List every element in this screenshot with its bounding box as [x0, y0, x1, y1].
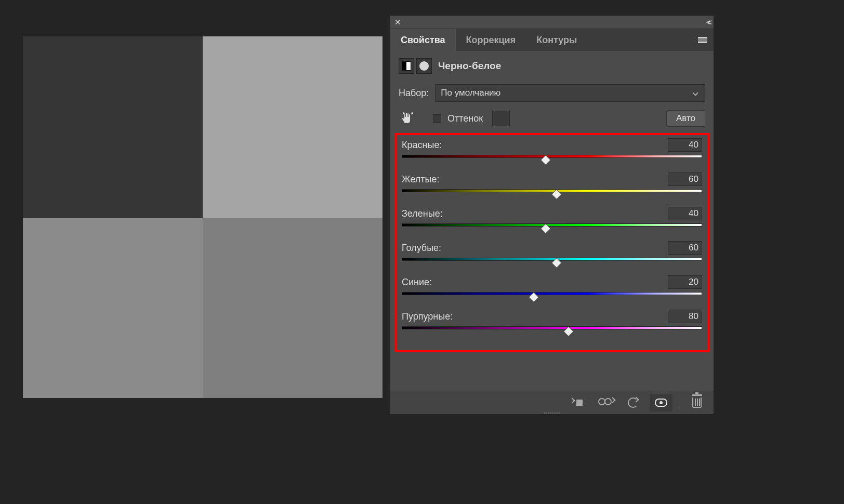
panel-tabs: Свойства Коррекция Контуры [390, 29, 714, 51]
view-previous-state-button[interactable] [594, 394, 616, 412]
preset-dropdown[interactable]: По умолчанию [435, 84, 705, 102]
color-slider: Голубые: [402, 241, 702, 268]
clip-to-layer-button[interactable] [565, 394, 588, 412]
layer-mask-icon[interactable] [416, 58, 432, 74]
mask-circle-icon [419, 61, 429, 71]
slider-value-input[interactable] [668, 173, 702, 186]
trash-icon [692, 397, 702, 408]
slider-value-input[interactable] [668, 138, 702, 152]
panel-titlebar: ✕ << [390, 16, 714, 29]
adjustment-name: Черно-белое [438, 60, 501, 72]
slider-gradient [402, 258, 702, 261]
reset-icon [628, 397, 638, 408]
slider-gradient [402, 189, 702, 192]
properties-panel: ✕ << Свойства Коррекция Контуры Черно-бе… [390, 15, 714, 415]
preset-value: По умолчанию [441, 88, 500, 98]
color-slider: Зеленые: [402, 207, 702, 234]
slider-track[interactable] [402, 326, 702, 337]
preview-quadrant [203, 218, 383, 398]
slider-track[interactable] [402, 223, 702, 234]
delete-button[interactable] [685, 394, 708, 412]
slider-track[interactable] [402, 258, 702, 268]
tint-checkbox[interactable] [433, 114, 441, 123]
tint-label: Оттенок [447, 113, 483, 124]
tab-paths[interactable]: Контуры [526, 29, 587, 51]
preview-quadrant [23, 36, 203, 218]
slider-track[interactable] [402, 155, 702, 165]
slider-track[interactable] [402, 189, 702, 200]
slider-gradient [402, 155, 702, 158]
eye-icon [655, 399, 667, 407]
chevron-down-icon [692, 90, 698, 96]
slider-value-input[interactable] [668, 241, 702, 255]
slider-gradient [402, 223, 702, 227]
preview-quadrant [203, 36, 383, 218]
tab-label: Коррекция [466, 35, 516, 46]
slider-value-input[interactable] [668, 310, 702, 323]
toggle-visibility-button[interactable] [650, 394, 672, 412]
tab-properties[interactable]: Свойства [390, 29, 456, 51]
color-slider: Желтые: [402, 173, 702, 200]
separator [679, 395, 679, 410]
slider-label: Зеленые: [402, 208, 443, 219]
color-slider: Синие: [402, 275, 702, 302]
slider-gradient [402, 326, 702, 329]
tint-row: Оттенок Авто [390, 105, 714, 132]
canvas-preview [23, 36, 383, 398]
slider-label: Голубые: [402, 243, 441, 254]
tab-label: Свойства [401, 35, 445, 46]
preset-row: Набор: По умолчанию [390, 81, 714, 105]
slider-label: Красные: [402, 140, 442, 151]
previous-state-icon [598, 398, 612, 407]
menu-icon [698, 37, 707, 43]
preset-label: Набор: [399, 88, 429, 99]
adjustment-type-icon[interactable] [399, 58, 414, 74]
black-white-icon [402, 61, 411, 71]
slider-label: Пурпурные: [402, 311, 453, 322]
adjustment-header: Черно-белое [390, 51, 714, 81]
panel-menu-button[interactable] [692, 29, 714, 51]
slider-track[interactable] [402, 292, 702, 302]
slider-label: Желтые: [402, 174, 440, 185]
auto-button-label: Авто [676, 113, 695, 124]
slider-value-input[interactable] [668, 207, 702, 220]
targeted-adjustment-tool-icon[interactable] [401, 112, 415, 126]
adjustment-icons [399, 58, 432, 74]
slider-value-input[interactable] [668, 275, 702, 289]
color-sliders-highlight: Красные:Желтые:Зеленые:Голубые:Синие:Пур… [394, 133, 709, 352]
panel-bottom-bar [390, 391, 714, 414]
color-slider: Красные: [402, 138, 702, 165]
preview-quadrant [23, 218, 203, 398]
tint-color-swatch[interactable] [492, 111, 510, 126]
tab-adjustments[interactable]: Коррекция [456, 29, 526, 51]
auto-button[interactable]: Авто [666, 110, 705, 127]
color-slider: Пурпурные: [402, 310, 702, 337]
slider-gradient [402, 292, 702, 295]
reset-button[interactable] [622, 394, 644, 412]
collapse-icon[interactable]: << [706, 18, 709, 26]
resize-grip[interactable] [544, 413, 560, 414]
slider-label: Синие: [402, 277, 432, 288]
tab-label: Контуры [536, 35, 577, 46]
clip-icon [571, 399, 583, 407]
close-icon[interactable]: ✕ [394, 18, 401, 26]
